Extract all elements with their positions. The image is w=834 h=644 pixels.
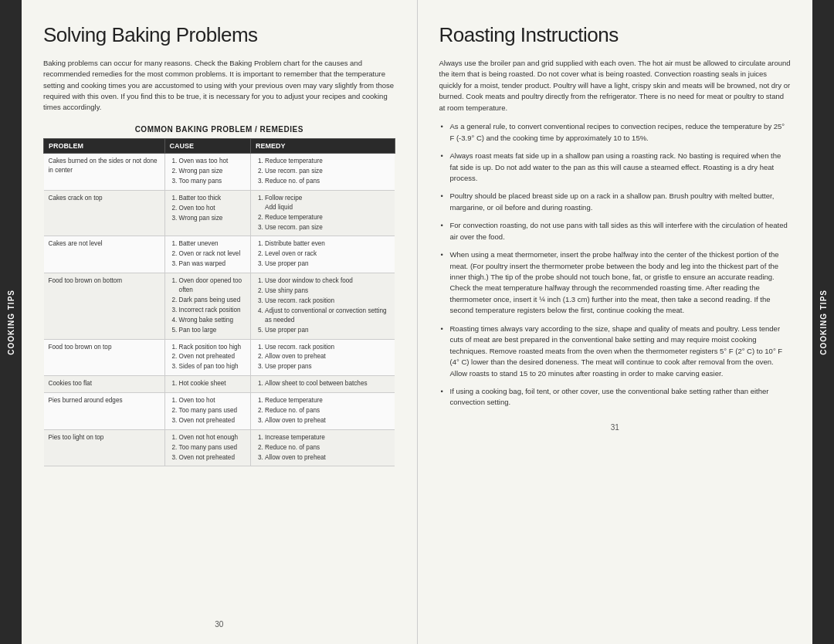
- remedy-item: Allow sheet to cool between batches: [265, 379, 390, 388]
- remedy-item: Use recom. rack position: [265, 297, 390, 306]
- problem-cell: Cakes crack on top: [44, 190, 165, 236]
- cause-item: Dark pans being used: [179, 296, 246, 305]
- cause-item: Pan was warped: [179, 259, 246, 269]
- col-cause: CAUSE: [164, 139, 251, 154]
- cause-item: Too many pans used: [179, 443, 246, 452]
- cause-item: Oven not preheated: [179, 416, 246, 425]
- main-content: Solving Baking Problems Baking problems …: [22, 0, 812, 644]
- remedy-cell: Reduce temperatureReduce no. of pansAllo…: [251, 393, 395, 430]
- page-container: Cooking Tips Solving Baking Problems Bak…: [0, 0, 834, 644]
- remedy-cell: Use recom. rack positionAllow oven to pr…: [251, 339, 395, 376]
- remedy-item: Allow oven to preheat: [265, 453, 390, 463]
- remedy-item: Use proper pan: [265, 326, 390, 335]
- remedy-item: Reduce temperature: [265, 396, 390, 405]
- left-intro-text: Baking problems can occur for many reaso…: [43, 58, 395, 113]
- remedy-item: Reduce temperature: [265, 213, 390, 222]
- cause-item: Too many pans used: [179, 406, 246, 415]
- remedy-item: Level oven or rack: [265, 249, 390, 259]
- remedy-cell: Reduce temperatureUse recom. pan sizeRed…: [251, 154, 395, 191]
- remedy-item: Use recom. pan size: [265, 223, 390, 232]
- remedy-item: Adjust to conventional or convection set…: [265, 307, 390, 325]
- bullet-item: For convection roasting, do not use pans…: [439, 220, 792, 242]
- cause-cell: Oven too hotToo many pans usedOven not p…: [164, 393, 251, 430]
- cause-item: Sides of pan too high: [179, 362, 246, 371]
- problem-cell: Cakes burned on the sides or not done in…: [44, 154, 165, 191]
- table-row: Cookies too flatHot cookie sheetAllow sh…: [44, 376, 395, 393]
- right-page: Roasting Instructions Always use the bro…: [418, 0, 813, 644]
- cause-item: Wrong bake setting: [179, 316, 246, 325]
- right-page-number: 31: [439, 423, 792, 432]
- remedy-item: Use recom. pan size: [265, 167, 390, 176]
- cause-item: Batter uneven: [179, 239, 246, 249]
- remedy-item: Use recom. rack position: [265, 343, 390, 352]
- cause-item: Rack position too high: [179, 343, 246, 352]
- remedy-item: Use proper pan: [265, 259, 390, 269]
- cause-item: Oven was too hot: [179, 157, 246, 166]
- remedy-item: Reduce no. of pans: [265, 406, 390, 415]
- table-row: Food too brown on topRack position too h…: [44, 339, 395, 376]
- bullet-item: Poultry should be placed breast side up …: [439, 191, 792, 213]
- problem-cell: Cakes are not level: [44, 236, 165, 273]
- remedy-cell: Increase temperatureReduce no. of pansAl…: [251, 429, 395, 466]
- cause-item: Wrong pan size: [179, 214, 246, 223]
- cause-item: Incorrect rack position: [179, 306, 246, 315]
- remedy-item: Reduce temperature: [265, 157, 390, 166]
- remedy-item: Use proper pans: [265, 362, 390, 371]
- left-page-number: 30: [43, 620, 395, 629]
- remedy-item: Reduce no. of pans: [265, 177, 390, 186]
- remedy-cell: Allow sheet to cool between batches: [251, 376, 395, 393]
- table-row: Cakes crack on topBatter too thickOven t…: [44, 190, 395, 236]
- remedy-cell: Distribute batter evenLevel oven or rack…: [251, 236, 395, 273]
- cause-cell: Batter unevenOven or rack not levelPan w…: [164, 236, 251, 273]
- bullet-item: Roasting times always vary according to …: [439, 324, 792, 379]
- remedy-item: Use shiny pans: [265, 286, 390, 296]
- cause-cell: Rack position too highOven not preheated…: [164, 339, 251, 376]
- table-section: COMMON BAKING PROBLEM / REMEDIES PROBLEM…: [43, 125, 395, 612]
- cause-item: Pan too large: [179, 326, 246, 335]
- problem-cell: Food too brown on top: [44, 339, 165, 376]
- remedy-cell: Follow recipeAdd liquidReduce temperatur…: [251, 190, 395, 236]
- roasting-intro: Always use the broiler pan and grid supp…: [439, 58, 792, 114]
- bullet-item: If using a cooking bag, foil tent, or ot…: [439, 386, 792, 408]
- bullet-item: As a general rule, to convert convention…: [439, 121, 792, 144]
- remedy-item: Increase temperature: [265, 433, 390, 442]
- remedy-item: Distribute batter even: [265, 239, 390, 249]
- cause-cell: Oven door opened too oftenDark pans bein…: [164, 273, 251, 339]
- table-row: Cakes are not levelBatter unevenOven or …: [44, 236, 395, 273]
- sidebar-right: Cooking Tips: [812, 0, 834, 644]
- bullet-list: As a general rule, to convert convention…: [439, 121, 792, 415]
- problem-cell: Pies burned around edges: [44, 393, 165, 430]
- remedy-item: Allow oven to preheat: [265, 352, 390, 361]
- sidebar-right-label: Cooking Tips: [819, 290, 828, 355]
- table-row: Food too brown on bottomOven door opened…: [44, 273, 395, 339]
- left-page-title: Solving Baking Problems: [43, 23, 395, 47]
- problem-cell: Pies too light on top: [44, 429, 165, 466]
- problem-cell: Cookies too flat: [44, 376, 165, 393]
- bullet-item: When using a meat thermometer, insert th…: [439, 249, 792, 317]
- cause-item: Oven or rack not level: [179, 249, 246, 259]
- right-page-title: Roasting Instructions: [439, 23, 792, 47]
- cause-item: Oven not preheated: [179, 453, 246, 463]
- cause-cell: Hot cookie sheet: [164, 376, 251, 393]
- cause-item: Batter too thick: [179, 194, 246, 203]
- cause-cell: Oven not hot enoughToo many pans usedOve…: [164, 429, 251, 466]
- problem-table: PROBLEM CAUSE REMEDY Cakes burned on the…: [43, 138, 395, 466]
- sidebar-left: Cooking Tips: [0, 0, 22, 644]
- bullet-item: Always roast meats fat side up in a shal…: [439, 151, 792, 184]
- table-row: Cakes burned on the sides or not done in…: [44, 154, 395, 191]
- table-header-row: PROBLEM CAUSE REMEDY: [44, 139, 395, 154]
- problem-cell: Food too brown on bottom: [44, 273, 165, 339]
- remedy-item: Use door window to check food: [265, 276, 390, 286]
- cause-item: Oven too hot: [179, 204, 246, 213]
- remedy-item: Reduce no. of pans: [265, 443, 390, 452]
- cause-item: Wrong pan size: [179, 167, 246, 176]
- cause-item: Hot cookie sheet: [179, 379, 246, 388]
- table-row: Pies too light on topOven not hot enough…: [44, 429, 395, 466]
- remedy-cell: Use door window to check foodUse shiny p…: [251, 273, 395, 339]
- cause-item: Oven not hot enough: [179, 433, 246, 442]
- table-title: COMMON BAKING PROBLEM / REMEDIES: [43, 125, 395, 134]
- col-remedy: REMEDY: [251, 139, 395, 154]
- left-page: Solving Baking Problems Baking problems …: [22, 0, 418, 644]
- sidebar-left-label: Cooking Tips: [7, 290, 15, 355]
- cause-item: Oven door opened too often: [179, 276, 246, 295]
